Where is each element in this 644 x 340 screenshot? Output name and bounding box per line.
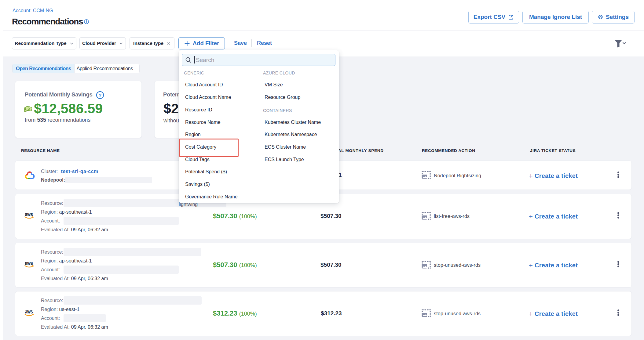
svg-text:?: ?: [99, 92, 101, 98]
